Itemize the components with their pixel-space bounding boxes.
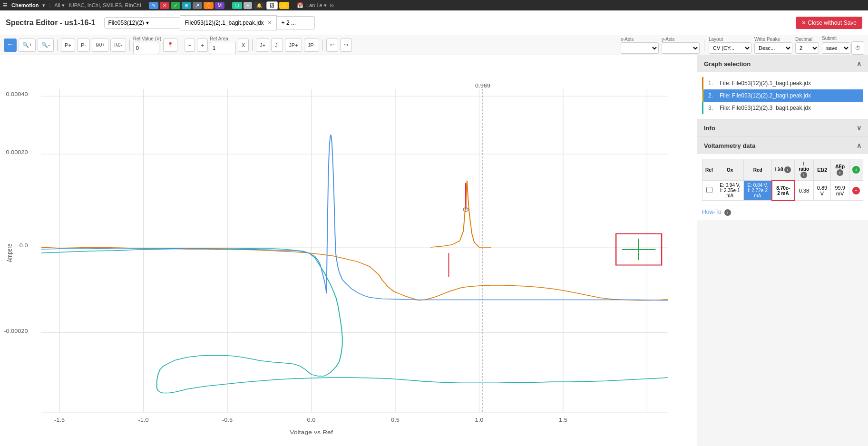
file-dropdown-arrow: ▾ [146, 19, 149, 26]
tab-bar: File053(12)(2) ▾ File053(12)(2).1_bagit.… [104, 15, 791, 30]
nav-share-icon[interactable]: ↗ [193, 2, 202, 9]
ref-value-input[interactable] [133, 42, 159, 54]
nav-tag-icon[interactable]: ⬡ [204, 2, 214, 9]
nav-delete-icon[interactable]: ✕ [160, 2, 169, 9]
j-plus-button[interactable]: J+ [256, 39, 269, 52]
x-axis-select[interactable] [621, 42, 659, 54]
voltammetry-title: Voltammetry data [704, 142, 755, 149]
zoom-in-button[interactable]: 🔍+ [19, 39, 36, 52]
write-peaks-select[interactable]: Desc... [754, 42, 792, 54]
p-plus-button[interactable]: P+ [61, 39, 75, 52]
dep-info-icon[interactable]: i [837, 169, 843, 176]
layout-select[interactable]: CV (CY... [709, 42, 751, 54]
nav-mol-icon[interactable]: M [215, 2, 224, 9]
nav-copy-icon[interactable]: ⊞ [182, 2, 191, 9]
toolbar-right: x-Axis y-Axis Layout CV (CY... Write Pea… [621, 36, 864, 55]
cell-ref-checkbox[interactable] [702, 181, 716, 201]
brand-dropdown-icon[interactable]: ▾ [42, 2, 45, 9]
remove-row-button[interactable]: − [852, 187, 860, 194]
j-minus-button[interactable]: J- [271, 39, 283, 52]
col-dep: ΔEp i [831, 159, 849, 181]
graph-item-2-num: 2. [708, 92, 716, 99]
voltammetry-chevron: ∧ [857, 142, 861, 149]
submit-select[interactable]: save [822, 42, 850, 54]
tab-close-icon[interactable]: ✕ [268, 20, 272, 25]
col-dep-label: ΔEp [835, 164, 845, 169]
toolbar-sep-3 [181, 39, 181, 51]
cell-ox: E: 0.94 V, I: 2.35e-1 mA [716, 181, 744, 201]
iao-plus-label: Iλ0+ [96, 42, 105, 48]
undo-button[interactable]: ↩ [326, 39, 338, 52]
how-to-container: How-To i [702, 205, 863, 216]
ref-checkbox[interactable] [706, 187, 712, 193]
iratio-info-icon[interactable]: i [800, 172, 807, 178]
svg-text:0.00020: 0.00020 [6, 150, 28, 155]
col-actions: + [849, 159, 863, 181]
decimal-group: Decimal 2 [795, 37, 819, 54]
col-iratio-label: I ratio [799, 161, 809, 172]
settings-icon[interactable]: ⊙ [330, 2, 334, 9]
nav-bell-icon[interactable]: 🔔 [254, 2, 265, 9]
y-axis-select[interactable] [662, 42, 700, 54]
how-to-info-icon[interactable]: i [724, 209, 731, 216]
svg-text:0.00040: 0.00040 [6, 92, 28, 97]
ref-area-input[interactable] [210, 42, 236, 54]
toolbar-sep-1 [57, 39, 58, 51]
calendar-icon: 📅 [297, 2, 303, 9]
jp-minus-button[interactable]: JP- [304, 39, 320, 52]
file-dropdown-label: File053(12)(2) [108, 19, 144, 26]
info-chevron: ∨ [857, 124, 861, 132]
iao-minus-button[interactable]: Iλ0- [110, 39, 126, 52]
graph-item-3[interactable]: 3. File: File053(12)(2).3_bagit.peak.jdx [702, 102, 863, 114]
how-to-link[interactable]: How-To i [702, 209, 731, 216]
tab-more[interactable]: + 2 ... [277, 16, 315, 29]
x-axis-label: x-Axis [621, 37, 659, 42]
ref-area-label: Ref Area [210, 36, 236, 41]
submit-timer-button[interactable]: ⏱ [851, 41, 864, 55]
x-button[interactable]: X [238, 39, 249, 52]
redo-button[interactable]: ↪ [340, 39, 352, 52]
submit-group: Submit save ⏱ [822, 36, 864, 55]
nav-check-icon[interactable]: ✓ [171, 2, 180, 9]
graph-item-1[interactable]: 1. File: File053(12)(2).1_bagit.peak.jdx [702, 77, 863, 89]
hamburger-icon[interactable]: ☰ [3, 2, 8, 9]
svg-text:-0.5: -0.5 [222, 418, 233, 423]
file-dropdown[interactable]: File053(12)(2) ▾ [104, 17, 180, 29]
tab-peak-jdx[interactable]: File053(12)(2).1_bagit.peak.jdx ✕ [180, 15, 277, 30]
iao-plus-button[interactable]: Iλ0+ [92, 39, 108, 52]
col-ixo: I λ0 i [772, 159, 795, 181]
info-header[interactable]: Info ∨ [697, 119, 868, 136]
add-row-button[interactable]: + [852, 166, 860, 174]
close-without-save-button[interactable]: ✕ Close without Save [796, 17, 862, 29]
info-section: Info ∨ [697, 119, 868, 137]
chart-svg[interactable]: 0.00040 0.00020 0.0 -0.00020 Ampere -1.5… [5, 60, 692, 441]
decimal-select[interactable]: 2 [795, 42, 819, 54]
curve-teal [41, 248, 668, 393]
ixo-info-icon[interactable]: i [784, 166, 791, 173]
nav-alert-icon[interactable]: ⚠ [279, 2, 289, 9]
graph-selection-header[interactable]: Graph selection ∧ [697, 55, 868, 72]
line-mode-button[interactable]: 〜 [4, 39, 17, 52]
pin-button[interactable]: 📍 [163, 39, 177, 52]
ref-value-group: Ref Value (V) [133, 36, 161, 54]
graph-item-3-label: File: File053(12)(2).3_bagit.peak.jdx [720, 105, 811, 111]
toolbar-sep-4 [252, 39, 253, 51]
cell-remove[interactable]: − [849, 181, 863, 201]
minus-button[interactable]: − [185, 39, 195, 52]
plus-button[interactable]: + [197, 39, 207, 52]
jp-plus-button[interactable]: JP+ [285, 39, 302, 52]
nav-plus-icon[interactable]: + [244, 2, 252, 9]
nav-calc-icon[interactable]: ⬡ [232, 2, 242, 9]
graph-item-2[interactable]: 2. File: File053(12)(2).2_bagit.peak.jdx [702, 89, 863, 102]
nav-edit-icon[interactable]: ✎ [149, 2, 158, 9]
user-label[interactable]: Lan Le ▾ [306, 2, 327, 9]
p-minus-button[interactable]: P- [77, 39, 90, 52]
cell-red: E: 0.84 V, I: 2.72e-2 mA [744, 181, 772, 201]
svg-text:1.0: 1.0 [475, 418, 484, 423]
nav-image-icon[interactable]: 🖼 [266, 1, 278, 10]
y-axis-group: y-Axis [662, 37, 700, 54]
voltammetry-header[interactable]: Voltammetry data ∧ [697, 137, 868, 154]
graph-item-1-num: 1. [708, 80, 716, 87]
user-menu[interactable]: 📅 Lan Le ▾ ⊙ [297, 2, 334, 9]
zoom-out-button[interactable]: 🔍- [38, 39, 54, 52]
